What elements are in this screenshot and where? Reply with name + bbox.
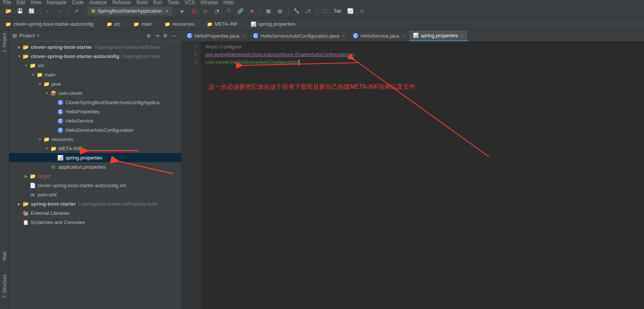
no-icon[interactable]: ⊘	[356, 6, 367, 16]
menu-build[interactable]: Build	[136, 0, 148, 5]
hide-icon[interactable]: —	[170, 33, 178, 38]
crumb-5[interactable]: 📊spring.properties	[248, 20, 305, 28]
attach-icon[interactable]: 🔗	[235, 6, 246, 16]
run-config-label: SpringBootStarterApplication	[98, 8, 162, 14]
breadcrumb-bar: 📁clover-spring-boot-starter-autoconfig📁s…	[0, 18, 644, 30]
menu-vcs[interactable]: VCS	[185, 0, 195, 5]
main-toolbar: 📂 💾 🔄 ← → ↗ ⬢ SpringBootStarterApplicati…	[0, 4, 644, 18]
rail-project[interactable]: 1: Project	[2, 30, 7, 56]
forward-icon[interactable]: →	[54, 6, 65, 16]
editor-body[interactable]: 1 2 3 #Auto Configure org.springframewor…	[181, 42, 644, 309]
menu-navigate[interactable]: Navigate	[47, 0, 66, 5]
tree-row-8[interactable]: CHelloService	[9, 116, 181, 125]
coverage-icon[interactable]: ▷	[200, 6, 211, 16]
project-panel: ▤ Project ▾ ⊕ ⇥ ⚙ — ▶📂clover-spring-boot…	[9, 30, 181, 309]
run-config-selector[interactable]: ⬢ SpringBootStarterApplication ▾	[87, 7, 172, 15]
spring-icon: ⬢	[91, 8, 95, 14]
chart-icon[interactable]: 📈	[345, 6, 356, 16]
tab-2[interactable]: CHelloService.java×	[349, 30, 409, 41]
crumb-1[interactable]: 📁src	[103, 20, 130, 28]
menu-analyze[interactable]: Analyze	[89, 0, 107, 5]
menu-file[interactable]: File	[3, 0, 11, 5]
project-panel-header: ▤ Project ▾ ⊕ ⇥ ⚙ —	[9, 30, 181, 42]
project-tree[interactable]: ▶📂clover-spring-boot-starterI:\springboo…	[9, 42, 181, 309]
tree-row-19[interactable]: 📋Scratches and Consoles	[9, 218, 181, 227]
menu-refactor[interactable]: Refactor	[112, 0, 131, 5]
tree-row-13[interactable]: ⚙application.properties	[9, 162, 181, 171]
structure-icon[interactable]: ⬚	[319, 6, 330, 16]
editor-area: CHelloProperties.java×CHelloServiceAutoC…	[181, 30, 644, 309]
tree-row-12[interactable]: 📊spring.properties	[9, 153, 181, 162]
code-content[interactable]: #Auto Configure org.springframework.boot…	[201, 42, 644, 309]
tree-row-1[interactable]: ▼📂clover-spring-boot-starter-autoconfigI…	[9, 52, 181, 61]
menu-help[interactable]: Help	[223, 0, 234, 5]
menu-window[interactable]: Window	[200, 0, 218, 5]
crumb-3[interactable]: 📁resources	[161, 20, 204, 28]
tree-row-4[interactable]: ▼📁java	[9, 79, 181, 88]
tree-row-5[interactable]: ▼📦com.clover	[9, 88, 181, 98]
code-line-1: #Auto Configure	[205, 44, 241, 50]
tree-row-0[interactable]: ▶📂clover-spring-boot-starterI:\springboo…	[9, 42, 181, 52]
stopwatch-icon[interactable]: ⏱	[223, 6, 234, 16]
save-icon[interactable]: 💾	[15, 6, 25, 16]
run-icon[interactable]: ▶	[177, 6, 188, 16]
crumb-2[interactable]: 📁main	[130, 20, 161, 28]
code-line-3: com.clover.HelloServiceAutoConfiguration	[205, 59, 299, 65]
locate-icon[interactable]: ⊕	[144, 33, 153, 38]
debug-icon[interactable]: 🐞	[189, 6, 200, 16]
wrench-icon[interactable]: 🔧	[291, 6, 302, 16]
menu-run[interactable]: Run	[153, 0, 162, 5]
tail-label[interactable]: Tail	[334, 8, 341, 14]
tab-1[interactable]: CHelloServiceAutoConfiguration.java×	[249, 30, 349, 41]
tab-close-icon[interactable]: ×	[242, 33, 245, 38]
tree-row-17[interactable]: ▶📂spring-boot-starterI:\springboot-start…	[9, 199, 181, 208]
tab-0[interactable]: CHelloProperties.java×	[183, 30, 249, 41]
open-icon[interactable]: 📂	[3, 6, 14, 16]
tree-row-16[interactable]: mpom.xml	[9, 190, 181, 199]
code-line-2-key: org.springframework.boot.autoconfigure.E…	[205, 52, 351, 57]
git-icon[interactable]: ⎇	[303, 6, 313, 16]
menu-code[interactable]: Code	[72, 0, 84, 5]
rail-web[interactable]: Web	[2, 248, 7, 264]
editor-tabs: CHelloProperties.java×CHelloServiceAutoC…	[181, 30, 644, 42]
tab-3[interactable]: 📊spring.properties×	[409, 30, 468, 41]
left-tool-rail: 1: Project Web 7: Structure	[0, 30, 9, 309]
stop-icon[interactable]: ■	[246, 6, 257, 16]
layout2-icon[interactable]: ▥	[275, 6, 285, 16]
tab-close-icon[interactable]: ×	[461, 33, 463, 38]
back-icon[interactable]: ←	[43, 6, 53, 16]
line-gutter: 1 2 3	[181, 42, 201, 309]
tree-row-18[interactable]: 📚External Libraries	[9, 208, 181, 218]
up-icon[interactable]: ↗	[71, 6, 82, 16]
tree-row-2[interactable]: ▼📁src	[9, 61, 181, 70]
crumb-4[interactable]: 📁META-INF	[204, 20, 247, 28]
tab-close-icon[interactable]: ×	[342, 33, 344, 38]
sync-icon[interactable]: 🔄	[26, 6, 37, 16]
tree-row-10[interactable]: ▼📁resources	[9, 135, 181, 144]
menu-view[interactable]: View	[30, 0, 41, 5]
tree-row-7[interactable]: CHelloProperties	[9, 107, 181, 116]
tree-row-14[interactable]: ▶📁target	[9, 171, 181, 181]
panel-title: Project	[19, 33, 35, 38]
menu-edit[interactable]: Edit	[17, 0, 25, 5]
tree-row-9[interactable]: CHelloServiceAutoConfiguration	[9, 125, 181, 135]
menu-bar: FileEditViewNavigateCodeAnalyzeRefactorB…	[0, 0, 644, 4]
settings-icon[interactable]: ⚙	[161, 33, 170, 38]
layout-icon[interactable]: ▦	[263, 6, 274, 16]
tree-row-15[interactable]: 📄clover-spring-boot-starter-autoconfig.i…	[9, 181, 181, 190]
crumb-0[interactable]: 📁clover-spring-boot-starter-autoconfig	[2, 20, 103, 28]
tab-close-icon[interactable]: ×	[402, 33, 404, 38]
rail-structure[interactable]: 7: Structure	[2, 271, 7, 301]
tree-row-3[interactable]: ▼📁main	[9, 70, 181, 79]
tree-row-11[interactable]: ▼📁META-INF	[9, 144, 181, 153]
profile-icon[interactable]: ◔	[212, 6, 223, 16]
collapse-icon[interactable]: ⇥	[153, 33, 161, 38]
menu-tools[interactable]: Tools	[168, 0, 179, 5]
tree-row-6[interactable]: CCloverSpringBootStarterAutoconfigApplic…	[9, 98, 181, 107]
